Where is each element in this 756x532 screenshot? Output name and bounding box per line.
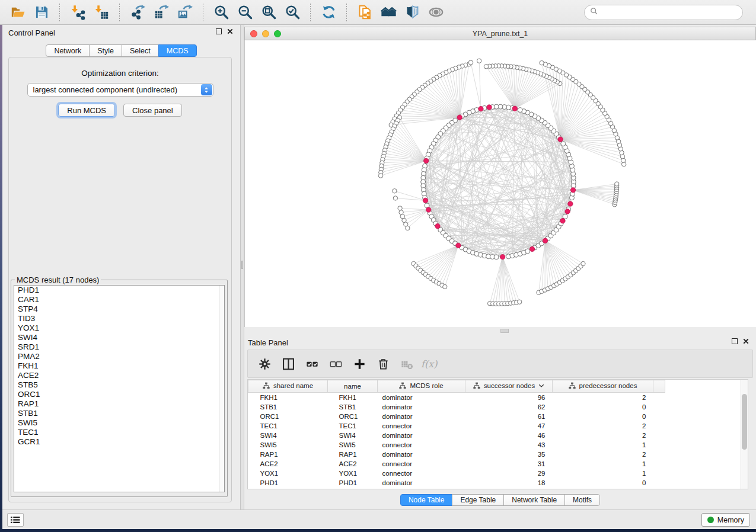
- table-row[interactable]: RAP1RAP1dominator352: [248, 450, 665, 459]
- network-window-titlebar[interactable]: YPA_prune.txt_1: [244, 27, 756, 40]
- mcds-result-item[interactable]: SRD1: [14, 342, 224, 352]
- memory-button[interactable]: Memory: [701, 513, 750, 527]
- mcds-result-item[interactable]: ORC1: [14, 390, 224, 399]
- criterion-dropdown[interactable]: largest connected component (undirected): [27, 83, 213, 97]
- refresh-layout-icon[interactable]: [318, 3, 339, 22]
- float-panel-icon[interactable]: [732, 338, 738, 344]
- table-row[interactable]: ORC1ORC1dominator610: [248, 412, 665, 421]
- mcds-result-item[interactable]: CAR1: [14, 295, 224, 305]
- cell-shared-name: SWI5: [248, 440, 328, 450]
- close-panel-button[interactable]: Close panel: [123, 104, 182, 117]
- cell-predecessor-nodes: 0: [553, 478, 653, 488]
- select-all-checks-icon[interactable]: [301, 353, 323, 374]
- cell-mcds-role: connector: [378, 421, 465, 431]
- zoom-selected-icon[interactable]: [282, 3, 302, 22]
- mcds-result-item[interactable]: TEC1: [14, 428, 224, 437]
- deselect-all-checks-icon[interactable]: [325, 353, 346, 374]
- import-table-icon[interactable]: [91, 3, 111, 22]
- search-box[interactable]: [584, 5, 743, 20]
- cell-predecessor-nodes: 2: [553, 421, 653, 431]
- mcds-list-scrollbar[interactable]: [219, 286, 224, 492]
- panel-selector-button[interactable]: [7, 513, 24, 527]
- tab-motifs[interactable]: Motifs: [564, 494, 600, 506]
- column-header-shared-name[interactable]: shared name: [248, 380, 328, 393]
- export-image-icon[interactable]: [175, 3, 195, 22]
- hide-graphics-details-icon[interactable]: [402, 3, 422, 22]
- table-row[interactable]: SWI4SWI4dominator462: [248, 431, 665, 440]
- tab-edge-table[interactable]: Edge Table: [452, 494, 504, 506]
- mcds-result-item[interactable]: ACE2: [14, 371, 224, 380]
- search-input[interactable]: [602, 8, 737, 17]
- horizontal-splitter[interactable]: [244, 327, 756, 335]
- export-network-icon[interactable]: [127, 3, 148, 22]
- column-header-mcds-role[interactable]: MCDS role: [378, 380, 465, 393]
- main-toolbar: [0, 0, 756, 25]
- mcds-result-item[interactable]: PMA2: [14, 352, 224, 361]
- float-panel-icon[interactable]: [216, 28, 222, 34]
- network-homes-icon[interactable]: [378, 3, 398, 22]
- table-row[interactable]: FKH1FKH1dominator962: [248, 393, 665, 402]
- mcds-result-item[interactable]: SWI4: [14, 333, 224, 342]
- open-session-icon[interactable]: [8, 3, 28, 22]
- control-panel-title: Control Panel: [8, 28, 55, 37]
- table-row[interactable]: TEC1TEC1connector472: [248, 421, 665, 431]
- save-session-icon[interactable]: [31, 3, 52, 22]
- table-scrollbar-thumb[interactable]: [742, 394, 747, 450]
- tab-node-table[interactable]: Node Table: [400, 494, 453, 506]
- clone-network-icon[interactable]: [355, 3, 375, 22]
- add-row-icon[interactable]: [349, 353, 370, 374]
- zoom-in-icon[interactable]: [211, 3, 231, 22]
- column-header-filler: [653, 380, 665, 393]
- tab-network-table[interactable]: Network Table: [503, 494, 565, 506]
- cell-predecessor-nodes: 1: [553, 469, 653, 478]
- tab-mcds[interactable]: MCDS: [158, 44, 197, 57]
- mcds-result-item[interactable]: GCR1: [14, 437, 224, 447]
- table-row[interactable]: STB1STB1dominator620: [248, 402, 665, 412]
- close-panel-icon[interactable]: [743, 338, 749, 344]
- cell-filler: [653, 402, 665, 412]
- column-layout-icon[interactable]: [277, 353, 299, 374]
- cell-successor-nodes: 18: [465, 478, 553, 488]
- cell-filler: [653, 469, 665, 478]
- column-header-predecessor-nodes[interactable]: predecessor nodes: [553, 380, 653, 393]
- export-table-icon[interactable]: [151, 3, 171, 22]
- cell-mcds-role: dominator: [378, 450, 465, 459]
- network-window-title: YPA_prune.txt_1: [245, 30, 755, 38]
- column-header-successor-nodes[interactable]: successor nodes: [465, 380, 553, 393]
- vertical-splitter[interactable]: [240, 25, 244, 509]
- tab-network[interactable]: Network: [46, 44, 90, 57]
- network-canvas[interactable]: [244, 40, 756, 327]
- mcds-result-item[interactable]: STP4: [14, 305, 224, 314]
- zoom-fit-icon[interactable]: [259, 3, 279, 22]
- delete-row-icon[interactable]: [372, 353, 394, 374]
- mcds-result-item[interactable]: FKH1: [14, 361, 224, 371]
- splitter-grip[interactable]: [500, 329, 509, 333]
- function-builder-icon: f(x): [420, 353, 441, 374]
- mcds-result-item[interactable]: STB1: [14, 409, 224, 418]
- table-row[interactable]: ACE2ACE2connector311: [248, 459, 665, 469]
- mcds-result-item[interactable]: TID3: [14, 314, 224, 323]
- import-network-icon[interactable]: [68, 3, 88, 22]
- splitter-grip[interactable]: [241, 261, 243, 269]
- mcds-result-item[interactable]: SWI5: [14, 418, 224, 428]
- mcds-result-item[interactable]: PHD1: [14, 286, 224, 295]
- mcds-result-item[interactable]: STB5: [14, 380, 224, 390]
- close-panel-icon[interactable]: [227, 28, 233, 34]
- cell-name: STB1: [328, 402, 378, 412]
- table-settings-gear-icon[interactable]: [254, 353, 275, 374]
- zoom-out-icon[interactable]: [235, 3, 255, 22]
- show-graphics-icon[interactable]: [426, 3, 446, 22]
- table-row[interactable]: YOX1YOX1connector291: [248, 469, 665, 478]
- column-header-name[interactable]: name: [328, 380, 378, 393]
- table-scrollbar[interactable]: [741, 380, 748, 489]
- run-mcds-button[interactable]: Run MCDS: [58, 104, 115, 117]
- network-graph[interactable]: [245, 40, 756, 327]
- table-panel-tabs: Node TableEdge TableNetwork TableMotifs: [244, 494, 756, 506]
- table-row[interactable]: SWI5SWI5connector431: [248, 440, 665, 450]
- mcds-result-item[interactable]: RAP1: [14, 399, 224, 409]
- mcds-result-item[interactable]: YOX1: [14, 323, 224, 333]
- tab-style[interactable]: Style: [89, 44, 122, 57]
- table-row[interactable]: PHD1PHD1dominator180: [248, 478, 665, 488]
- tab-select[interactable]: Select: [122, 44, 159, 57]
- table-panel-titlebar: Table Panel: [244, 335, 756, 350]
